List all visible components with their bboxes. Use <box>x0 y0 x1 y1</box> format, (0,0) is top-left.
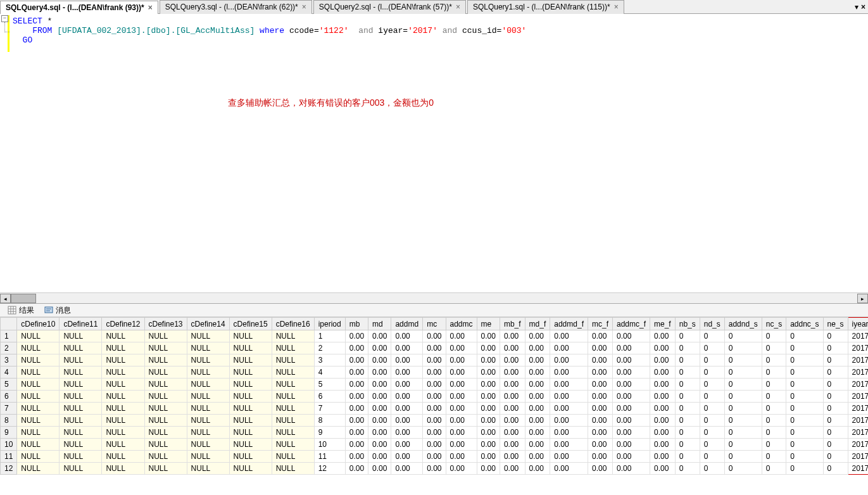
cell[interactable]: 0 <box>786 367 823 379</box>
cell[interactable]: 0 <box>823 379 848 391</box>
cell[interactable]: 0 <box>724 379 762 391</box>
cell[interactable]: 0 <box>700 451 724 463</box>
cell[interactable]: NULL <box>272 427 314 439</box>
cell[interactable]: 0.00 <box>500 342 525 354</box>
cell[interactable]: 0.00 <box>500 427 525 439</box>
close-icon[interactable]: × <box>148 3 153 12</box>
column-header[interactable]: cDefine14 <box>187 318 229 330</box>
cell[interactable]: 0.00 <box>612 391 650 403</box>
cell[interactable]: 0.00 <box>446 415 477 427</box>
cell[interactable]: NULL <box>60 439 102 451</box>
cell[interactable]: 0.00 <box>345 330 368 342</box>
cell[interactable]: 0.00 <box>500 330 525 342</box>
cell[interactable]: 0 <box>786 379 823 391</box>
column-header[interactable]: addmd <box>391 318 423 330</box>
scroll-left-icon[interactable]: ◂ <box>0 294 11 303</box>
cell[interactable]: 0.00 <box>588 439 612 451</box>
cell[interactable]: 0.00 <box>525 342 550 354</box>
cell[interactable]: 0.00 <box>588 415 612 427</box>
cell[interactable]: 0.00 <box>612 439 650 451</box>
cell[interactable]: 0.00 <box>345 379 368 391</box>
cell[interactable]: 0.00 <box>391 342 423 354</box>
cell[interactable]: 0.00 <box>345 463 368 475</box>
cell[interactable]: 0 <box>700 379 724 391</box>
cell[interactable]: NULL <box>144 367 187 379</box>
cell[interactable]: NULL <box>17 391 60 403</box>
cell[interactable]: 0.00 <box>423 439 446 451</box>
cell[interactable]: 0 <box>823 330 848 342</box>
cell[interactable]: 0.00 <box>525 427 550 439</box>
cell[interactable]: 12 <box>314 463 345 475</box>
cell[interactable]: 0 <box>724 403 762 415</box>
cell[interactable]: 0.00 <box>446 391 477 403</box>
cell[interactable]: NULL <box>17 451 60 463</box>
column-header[interactable]: addmc_f <box>612 318 650 330</box>
cell[interactable]: 0.00 <box>446 342 477 354</box>
sql-code[interactable]: SELECT * FROM [UFDATA_002_2013].[dbo].[G… <box>0 14 868 47</box>
cell[interactable]: 0 <box>700 354 724 367</box>
cell[interactable]: 0 <box>724 342 762 354</box>
column-header[interactable]: nd_s <box>700 318 724 330</box>
cell[interactable]: NULL <box>229 367 272 379</box>
cell[interactable]: 0.00 <box>368 451 391 463</box>
cell[interactable]: 0.00 <box>423 391 446 403</box>
cell[interactable]: 0.00 <box>500 379 525 391</box>
file-tab-2[interactable]: SQLQuery2.sql - (l...(DEAN\frank (57))*× <box>313 0 466 14</box>
cell[interactable]: 0.00 <box>500 451 525 463</box>
cell[interactable]: 0 <box>724 330 762 342</box>
cell[interactable]: 0.00 <box>650 379 676 391</box>
column-header[interactable]: cDefine16 <box>272 318 314 330</box>
cell[interactable]: 0 <box>786 391 823 403</box>
cell[interactable]: 0.00 <box>423 379 446 391</box>
cell[interactable]: 2017 <box>848 367 868 379</box>
row-number[interactable]: 9 <box>1 427 17 439</box>
row-number[interactable]: 2 <box>1 342 17 354</box>
table-row[interactable]: 10NULLNULLNULLNULLNULLNULLNULL100.000.00… <box>1 439 869 451</box>
table-row[interactable]: 12NULLNULLNULLNULLNULLNULLNULL120.000.00… <box>1 463 869 475</box>
column-header[interactable]: nb_s <box>675 318 700 330</box>
cell[interactable]: NULL <box>60 403 102 415</box>
cell[interactable]: 0.00 <box>500 463 525 475</box>
cell[interactable]: 0 <box>762 439 786 451</box>
cell[interactable]: 0 <box>823 451 848 463</box>
column-header[interactable]: cDefine12 <box>102 318 144 330</box>
cell[interactable]: 0 <box>675 403 700 415</box>
column-header[interactable]: addmd_f <box>550 318 588 330</box>
cell[interactable]: 0 <box>700 367 724 379</box>
cell[interactable]: 0.00 <box>525 463 550 475</box>
file-tab-1[interactable]: SQLQuery3.sql - (l...(DEAN\frank (62))*× <box>160 0 312 14</box>
cell[interactable]: 0 <box>762 403 786 415</box>
cell[interactable]: 0.00 <box>368 367 391 379</box>
cell[interactable]: 0 <box>675 354 700 367</box>
cell[interactable]: 7 <box>314 403 345 415</box>
cell[interactable]: 0 <box>823 342 848 354</box>
cell[interactable]: NULL <box>144 427 187 439</box>
table-row[interactable]: 7NULLNULLNULLNULLNULLNULLNULL70.000.000.… <box>1 403 869 415</box>
cell[interactable]: 0.00 <box>345 391 368 403</box>
cell[interactable]: NULL <box>60 427 102 439</box>
cell[interactable]: 0.00 <box>588 451 612 463</box>
cell[interactable]: NULL <box>144 403 187 415</box>
column-header[interactable]: addnc_s <box>786 318 823 330</box>
cell[interactable]: 0.00 <box>550 427 588 439</box>
cell[interactable]: NULL <box>272 330 314 342</box>
cell[interactable]: 0.00 <box>525 379 550 391</box>
cell[interactable]: NULL <box>187 330 229 342</box>
cell[interactable]: 0 <box>724 354 762 367</box>
cell[interactable]: 0 <box>675 463 700 475</box>
table-row[interactable]: 5NULLNULLNULLNULLNULLNULLNULL50.000.000.… <box>1 379 869 391</box>
cell[interactable]: 0.00 <box>446 367 477 379</box>
cell[interactable]: 0.00 <box>423 367 446 379</box>
cell[interactable]: 0 <box>700 403 724 415</box>
cell[interactable]: 0.00 <box>391 367 423 379</box>
cell[interactable]: 0.00 <box>550 342 588 354</box>
cell[interactable]: NULL <box>102 439 144 451</box>
cell[interactable]: NULL <box>187 427 229 439</box>
cell[interactable]: 0.00 <box>446 439 477 451</box>
cell[interactable]: 0 <box>724 415 762 427</box>
table-row[interactable]: 2NULLNULLNULLNULLNULLNULLNULL20.000.000.… <box>1 342 869 354</box>
row-number[interactable]: 5 <box>1 379 17 391</box>
cell[interactable]: NULL <box>17 379 60 391</box>
cell[interactable]: NULL <box>17 439 60 451</box>
cell[interactable]: 0.00 <box>368 354 391 367</box>
